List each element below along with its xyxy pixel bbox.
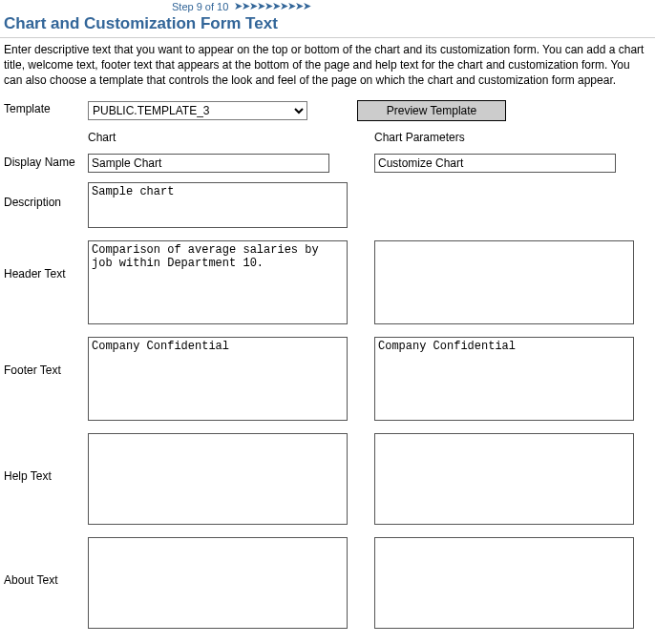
preview-template-button[interactable]: Preview Template: [357, 100, 506, 121]
chart-about-textarea[interactable]: [88, 537, 348, 629]
step-beads-icon: ➤➤➤➤➤➤➤➤➤➤: [234, 0, 310, 12]
page-title: Chart and Customization Form Text: [0, 12, 655, 35]
chart-header-textarea[interactable]: [88, 240, 348, 324]
column-header-chart: Chart: [88, 131, 365, 144]
label-description: Description: [4, 182, 78, 209]
chart-description-textarea[interactable]: [88, 182, 348, 228]
params-header-textarea[interactable]: [374, 240, 634, 324]
wizard-step-indicator: Step 9 of 10 ➤➤➤➤➤➤➤➤➤➤: [0, 0, 655, 12]
label-about: About Text: [4, 537, 78, 587]
chart-display-name-input[interactable]: [88, 154, 329, 173]
chart-footer-textarea[interactable]: [88, 337, 348, 421]
label-display-name: Display Name: [4, 154, 78, 169]
label-template: Template: [4, 100, 78, 115]
chart-help-textarea[interactable]: [88, 433, 348, 525]
intro-text: Enter descriptive text that you want to …: [0, 42, 655, 100]
params-display-name-input[interactable]: [374, 154, 616, 173]
params-footer-textarea[interactable]: [374, 337, 634, 421]
spacer: [4, 131, 78, 133]
template-select[interactable]: PUBLIC.TEMPLATE_3: [88, 101, 307, 120]
step-label: Step 9 of 10: [172, 1, 228, 12]
params-help-textarea[interactable]: [374, 433, 634, 525]
divider: [0, 37, 655, 38]
label-help: Help Text: [4, 433, 78, 483]
label-footer: Footer Text: [4, 337, 78, 377]
label-header: Header Text: [4, 240, 78, 280]
params-about-textarea[interactable]: [374, 537, 634, 629]
column-header-params: Chart Parameters: [374, 131, 651, 144]
